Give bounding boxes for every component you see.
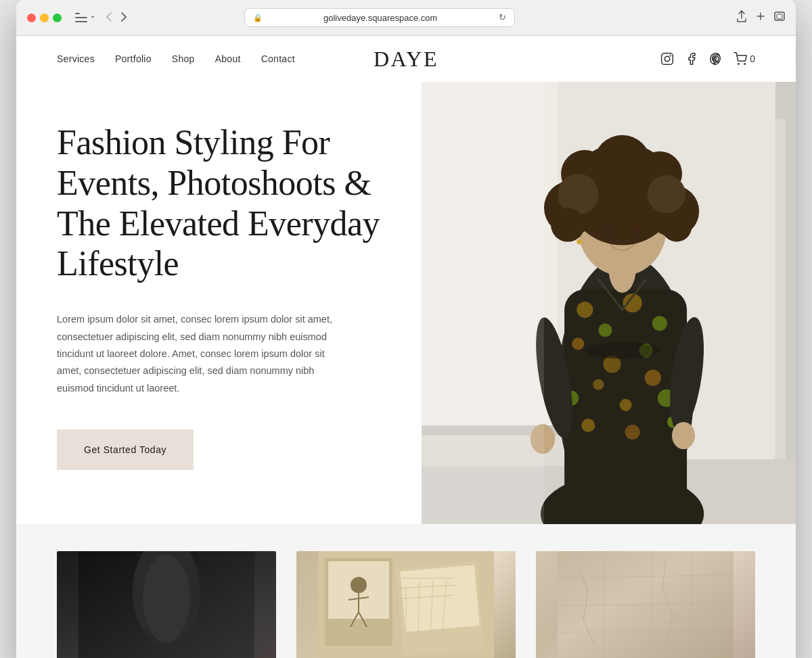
browser-window: 🔒 golivedaye.squarespace.com ↻ Services … [16, 0, 796, 658]
site-logo[interactable]: DAYE [374, 47, 438, 72]
nav-arrows [104, 11, 129, 25]
back-button[interactable] [104, 11, 114, 25]
site-header: Services Portfolio Shop About Contact DA… [16, 36, 796, 82]
svg-point-20 [572, 337, 584, 350]
nav-shop[interactable]: Shop [172, 53, 195, 64]
grid-image-3[interactable] [536, 551, 755, 658]
svg-rect-1 [777, 14, 782, 19]
nav-right: 0 [660, 52, 755, 66]
svg-point-5 [738, 64, 740, 65]
svg-point-51 [672, 422, 695, 449]
instagram-link[interactable] [660, 52, 674, 66]
svg-point-28 [581, 419, 595, 432]
url-text: golivedaye.squarespace.com [267, 13, 495, 23]
traffic-lights [27, 14, 62, 22]
minimize-button[interactable] [40, 14, 49, 22]
svg-point-17 [598, 323, 612, 337]
tab-overview-button[interactable] [774, 11, 785, 24]
sidebar-toggle-icon [75, 13, 87, 22]
svg-point-43 [551, 208, 585, 241]
svg-point-42 [648, 175, 685, 213]
svg-rect-53 [422, 82, 544, 524]
svg-point-26 [620, 399, 632, 411]
hero-image-svg [422, 82, 796, 524]
grid-image-1[interactable] [57, 551, 276, 658]
nav-left: Services Portfolio Shop About Contact [57, 53, 295, 64]
nav-contact[interactable]: Contact [261, 53, 295, 64]
close-button[interactable] [27, 14, 36, 22]
bottom-image-grid [16, 524, 796, 658]
svg-point-6 [744, 64, 746, 65]
hero-section: Fashion Styling For Events, Photoshoots … [16, 82, 796, 524]
svg-point-48 [585, 342, 660, 358]
svg-point-19 [652, 316, 667, 331]
svg-point-45 [603, 228, 614, 235]
maximize-button[interactable] [53, 14, 62, 22]
refresh-icon[interactable]: ↻ [499, 12, 506, 23]
hero-description: Lorem ipsum dolor sit amet, consec lorem… [57, 311, 341, 397]
share-button[interactable] [736, 10, 747, 25]
svg-point-4 [670, 55, 671, 56]
browser-chrome: 🔒 golivedaye.squarespace.com ↻ [16, 0, 796, 36]
hero-headline: Fashion Styling For Events, Photoshoots … [57, 122, 381, 284]
hero-left: Fashion Styling For Events, Photoshoots … [16, 82, 422, 524]
svg-point-46 [631, 227, 641, 233]
cart-icon[interactable]: 0 [734, 52, 755, 66]
facebook-link[interactable] [685, 52, 698, 66]
chevron-down-icon [90, 14, 95, 21]
grid-image-2[interactable] [296, 551, 516, 658]
svg-point-64 [351, 577, 367, 593]
cart-count: 0 [750, 53, 755, 64]
new-tab-button[interactable] [755, 11, 766, 24]
svg-point-44 [662, 212, 692, 241]
svg-point-29 [625, 425, 640, 440]
svg-point-47 [577, 239, 582, 245]
sidebar-toggle[interactable] [75, 13, 95, 22]
svg-point-16 [577, 302, 593, 318]
website-content: Services Portfolio Shop About Contact DA… [16, 36, 796, 658]
lock-icon: 🔒 [253, 14, 263, 22]
svg-point-3 [664, 56, 670, 62]
svg-rect-70 [400, 565, 479, 632]
svg-point-24 [645, 370, 661, 386]
nav-portfolio[interactable]: Portfolio [115, 53, 152, 64]
svg-rect-13 [775, 120, 786, 460]
nav-about[interactable]: About [215, 53, 241, 64]
cta-button[interactable]: Get Started Today [57, 429, 194, 470]
svg-point-60 [143, 555, 190, 642]
browser-actions [736, 10, 785, 25]
svg-rect-2 [662, 53, 673, 65]
address-bar[interactable]: 🔒 golivedaye.squarespace.com ↻ [244, 8, 515, 27]
nav-services[interactable]: Services [57, 53, 95, 64]
forward-button[interactable] [118, 11, 129, 25]
pinterest-link[interactable] [709, 52, 723, 66]
hero-image [422, 82, 796, 524]
svg-point-23 [593, 379, 604, 390]
